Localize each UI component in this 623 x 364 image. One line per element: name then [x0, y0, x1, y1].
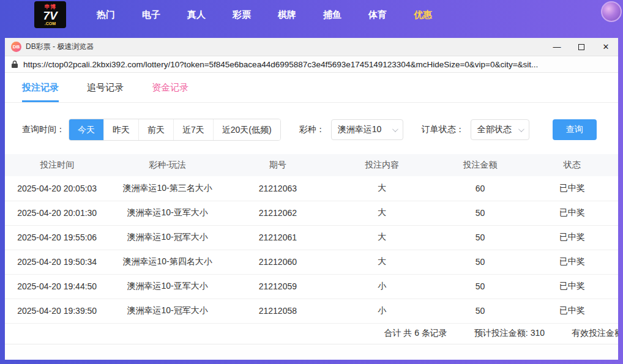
table-row: 2025-04-20 20:01:30 澳洲幸运10-亚军大小 21212062… [5, 201, 618, 225]
cell-bet-content: 大 [330, 176, 434, 201]
nav-item-hot[interactable]: 热门 [83, 0, 129, 29]
nav-item-promotions[interactable]: 优惠 [400, 0, 446, 29]
cell-bet-time: 2025-04-20 19:44:50 [5, 274, 109, 299]
cell-bet-amount: 50 [434, 201, 526, 225]
tab-fund-records[interactable]: 资金记录 [152, 73, 188, 102]
user-avatar[interactable] [601, 1, 622, 22]
cell-bet-time: 2025-04-20 20:01:30 [5, 201, 109, 225]
cell-issue: 21212062 [226, 201, 330, 225]
table-row: 2025-04-20 20:05:03 澳洲幸运10-第三名大小 2121206… [5, 176, 618, 201]
time-option-day-before[interactable]: 前天 [139, 119, 174, 140]
table-row: 2025-04-20 19:50:34 澳洲幸运10-第四名大小 2121206… [5, 250, 618, 274]
tab-chase-records[interactable]: 追号记录 [87, 73, 124, 102]
site-topbar: 申博 7V .COM 热门 电子 真人 彩票 棋牌 捕鱼 体育 优惠 [0, 0, 623, 29]
record-tabs: 投注记录 追号记录 资金记录 [5, 73, 618, 103]
cell-bet-content: 大 [330, 201, 434, 225]
status-filter-label: 订单状态： [422, 124, 464, 135]
cell-lottery-play: 澳洲幸运10-冠军大小 [109, 225, 225, 250]
cell-lottery-play: 澳洲幸运10-亚军大小 [109, 274, 225, 299]
cell-bet-amount: 50 [434, 299, 526, 323]
status-badge: 已中奖 [526, 201, 618, 225]
table-row: 2025-04-20 19:39:50 澳洲幸运10-冠军大小 21212058… [5, 299, 618, 323]
time-option-yesterday[interactable]: 昨天 [104, 119, 139, 140]
maximize-button[interactable] [569, 38, 594, 56]
time-option-7days[interactable]: 近7天 [174, 119, 214, 140]
lottery-page: 投注记录 追号记录 资金记录 查询时间： 今天 昨天 前天 近7天 近20天(低… [5, 73, 618, 360]
cell-lottery-play: 澳洲幸运10-冠军大小 [109, 299, 225, 323]
lottery-select[interactable]: 澳洲幸运10 [331, 119, 403, 140]
search-button[interactable]: 查询 [553, 119, 597, 140]
summary-valid-amount: 有效投注金额 [572, 328, 618, 339]
status-badge: 已中奖 [526, 225, 618, 250]
order-status-select[interactable]: 全部状态 [471, 119, 529, 140]
url-text[interactable]: https://ctop02pcali.2kbxi392.com/lottery… [23, 60, 612, 69]
cell-bet-amount: 50 [434, 250, 526, 274]
cell-issue: 21212061 [226, 225, 330, 250]
maximize-icon [578, 44, 584, 50]
status-badge: 已中奖 [526, 176, 618, 201]
close-button[interactable]: ✕ [594, 38, 618, 56]
lottery-select-value: 澳洲幸运10 [338, 124, 382, 135]
titlebar-left: DB DB彩票 - 极速浏览器 [5, 42, 94, 52]
bet-records-table: 投注时间 彩种-玩法 期号 投注内容 投注金额 状态 2025-04-20 20… [5, 154, 618, 324]
header-issue: 期号 [226, 154, 330, 176]
cell-bet-time: 2025-04-20 19:39:50 [5, 299, 109, 323]
lottery-filter-label: 彩种： [299, 124, 325, 135]
header-bet-content: 投注内容 [330, 154, 434, 176]
cell-lottery-play: 澳洲幸运10-亚军大小 [109, 201, 225, 225]
status-badge: 已中奖 [526, 299, 618, 323]
time-option-20days[interactable]: 近20天(低频) [214, 119, 280, 140]
cell-lottery-play: 澳洲幸运10-第三名大小 [109, 176, 225, 201]
cell-issue: 21212058 [226, 299, 330, 323]
table-row: 2025-04-20 19:55:06 澳洲幸运10-冠军大小 21212061… [5, 225, 618, 250]
time-option-today[interactable]: 今天 [69, 119, 104, 140]
main-nav: 热门 电子 真人 彩票 棋牌 捕鱼 体育 优惠 [83, 0, 446, 29]
cell-bet-time: 2025-04-20 20:05:03 [5, 176, 109, 201]
chevron-down-icon [518, 126, 524, 132]
logo-sub-text: .COM [45, 21, 56, 26]
cell-issue: 21212059 [226, 274, 330, 299]
table-row: 2025-04-20 19:44:50 澳洲幸运10-亚军大小 21212059… [5, 274, 618, 299]
nav-item-board-games[interactable]: 棋牌 [264, 0, 310, 29]
time-filter-label: 查询时间： [22, 124, 65, 135]
cell-bet-content: 小 [330, 274, 434, 299]
minimize-button[interactable]: — [545, 38, 569, 56]
browser-titlebar: DB DB彩票 - 极速浏览器 — ✕ [5, 38, 618, 56]
cell-bet-content: 大 [330, 250, 434, 274]
status-badge: 已中奖 [526, 250, 618, 274]
header-lottery-play: 彩种-玩法 [109, 154, 225, 176]
summary-expected-amount: 预计投注金额: 310 [474, 328, 545, 339]
screen: 申博 7V .COM 热门 电子 真人 彩票 棋牌 捕鱼 体育 优惠 DB DB… [0, 0, 623, 364]
url-bar[interactable]: https://ctop02pcali.2kbxi392.com/lottery… [5, 56, 618, 73]
nav-item-slots[interactable]: 电子 [129, 0, 174, 29]
cell-bet-content: 小 [330, 299, 434, 323]
time-range-group: 今天 昨天 前天 近7天 近20天(低频) [69, 119, 281, 141]
tab-bet-records[interactable]: 投注记录 [22, 73, 59, 102]
browser-window: DB DB彩票 - 极速浏览器 — ✕ https://ctop02pcali.… [5, 38, 618, 360]
header-status: 状态 [526, 154, 618, 176]
nav-item-sports[interactable]: 体育 [355, 0, 400, 29]
browser-app-icon: DB [11, 42, 21, 52]
filter-bar: 查询时间： 今天 昨天 前天 近7天 近20天(低频) 彩种： 澳洲幸运10 订… [5, 103, 618, 154]
summary-footer: 合计 共 6 条记录 预计投注金额: 310 有效投注金额 [5, 324, 618, 344]
cell-bet-content: 大 [330, 225, 434, 250]
cell-lottery-play: 澳洲幸运10-第四名大小 [109, 250, 225, 274]
header-bet-amount: 投注金额 [434, 154, 526, 176]
cell-issue: 21212060 [226, 250, 330, 274]
site-logo[interactable]: 申博 7V .COM [34, 1, 66, 28]
chevron-down-icon [392, 126, 398, 132]
cell-issue: 21212063 [226, 176, 330, 201]
nav-item-lottery[interactable]: 彩票 [219, 0, 264, 29]
lock-icon [11, 60, 18, 69]
nav-item-live[interactable]: 真人 [174, 0, 219, 29]
logo-main-text: 7V [43, 10, 57, 21]
cell-bet-time: 2025-04-20 19:55:06 [5, 225, 109, 250]
nav-item-fishing[interactable]: 捕鱼 [310, 0, 355, 29]
header-bet-time: 投注时间 [5, 154, 109, 176]
page-bottom-spacer [5, 344, 618, 360]
summary-total-records: 合计 共 6 条记录 [384, 328, 447, 339]
table-header-row: 投注时间 彩种-玩法 期号 投注内容 投注金额 状态 [5, 154, 618, 176]
cell-bet-time: 2025-04-20 19:50:34 [5, 250, 109, 274]
cell-bet-amount: 50 [434, 225, 526, 250]
cell-bet-amount: 60 [434, 176, 526, 201]
